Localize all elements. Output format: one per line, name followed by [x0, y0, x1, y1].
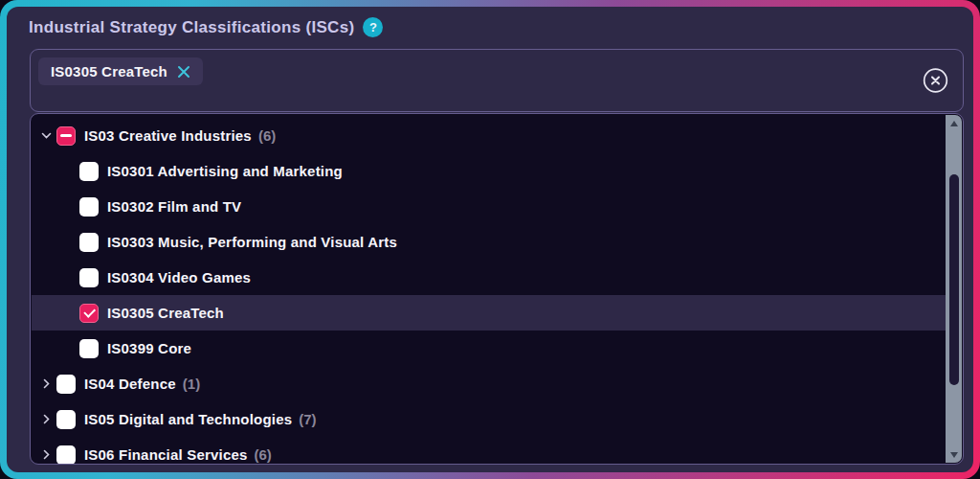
tree-list: IS03 Creative Industries (6) IS0301 Adve…: [32, 114, 946, 464]
chevron-down-icon[interactable]: [35, 129, 56, 142]
tree-item-count: (6): [255, 446, 272, 463]
chevron-right-icon[interactable]: [35, 377, 56, 390]
help-icon[interactable]: ?: [363, 17, 383, 37]
chip-remove-icon[interactable]: [177, 65, 190, 79]
tree-item-label: IS03 Creative Industries: [84, 127, 252, 144]
scrollbar-thumb[interactable]: [949, 174, 959, 385]
checkbox-unchecked[interactable]: [79, 268, 99, 287]
tree-row-is03[interactable]: IS03 Creative Industries (6): [32, 118, 946, 153]
tree-item-label: IS0303 Music, Performing and Visual Arts: [107, 234, 397, 250]
tree-row-is0304[interactable]: IS0304 Video Games: [32, 260, 946, 295]
tree-row-is0399[interactable]: IS0399 Core: [32, 331, 946, 366]
tree-item-label: IS06 Financial Services: [84, 446, 248, 463]
tree-row-is04[interactable]: IS04 Defence (1): [32, 366, 946, 401]
tree-item-label: IS0301 Advertising and Marketing: [107, 163, 343, 179]
tree-row-is05[interactable]: IS05 Digital and Technologies (7): [32, 401, 946, 437]
selection-input[interactable]: IS0305 CreaTech: [30, 49, 964, 112]
tree-item-label: IS0302 Film and TV: [107, 198, 241, 215]
page-title: Industrial Strategy Classifications (ISC…: [29, 18, 354, 37]
checkbox-unchecked[interactable]: [56, 445, 76, 465]
selected-chip[interactable]: IS0305 CreaTech: [38, 57, 203, 85]
scroll-down-icon[interactable]: [946, 447, 962, 462]
tree-row-is0303[interactable]: IS0303 Music, Performing and Visual Arts: [32, 224, 946, 260]
tree-item-label: IS0304 Video Games: [107, 269, 251, 285]
isc-filter-card: Industrial Strategy Classifications (ISC…: [7, 7, 973, 472]
checkbox-unchecked[interactable]: [56, 375, 76, 394]
tree-row-is0302[interactable]: IS0302 Film and TV: [32, 189, 946, 224]
tree-item-count: (7): [299, 411, 316, 427]
tree-item-label: IS0305 CreaTech: [107, 305, 224, 321]
gradient-frame: Industrial Strategy Classifications (ISC…: [0, 0, 980, 479]
scrollbar[interactable]: [946, 115, 962, 463]
tree-row-is0301[interactable]: IS0301 Advertising and Marketing: [32, 153, 946, 189]
tree-row-is0305[interactable]: IS0305 CreaTech: [32, 295, 946, 331]
tree-dropdown-panel: IS03 Creative Industries (6) IS0301 Adve…: [30, 113, 964, 465]
clear-all-icon[interactable]: [923, 68, 948, 94]
checkbox-unchecked[interactable]: [79, 197, 99, 217]
checkbox-indeterminate[interactable]: [56, 126, 76, 146]
tree-item-count: (6): [258, 127, 276, 144]
chevron-right-icon[interactable]: [35, 448, 56, 461]
tree-item-label: IS0399 Core: [107, 340, 191, 356]
tree-item-label: IS05 Digital and Technologies: [84, 411, 292, 427]
checkbox-checked[interactable]: [79, 304, 99, 323]
tree-item-count: (1): [183, 376, 200, 392]
checkbox-unchecked[interactable]: [79, 339, 99, 358]
checkbox-unchecked[interactable]: [79, 233, 99, 252]
tree-item-label: IS04 Defence: [84, 376, 176, 392]
checkbox-unchecked[interactable]: [56, 410, 76, 429]
chip-label: IS0305 CreaTech: [51, 63, 167, 80]
chevron-right-icon[interactable]: [35, 413, 56, 425]
header: Industrial Strategy Classifications (ISC…: [29, 17, 383, 37]
scroll-up-icon[interactable]: [946, 116, 962, 130]
tree-row-is06[interactable]: IS06 Financial Services (6): [32, 437, 946, 465]
checkbox-unchecked[interactable]: [79, 162, 99, 181]
